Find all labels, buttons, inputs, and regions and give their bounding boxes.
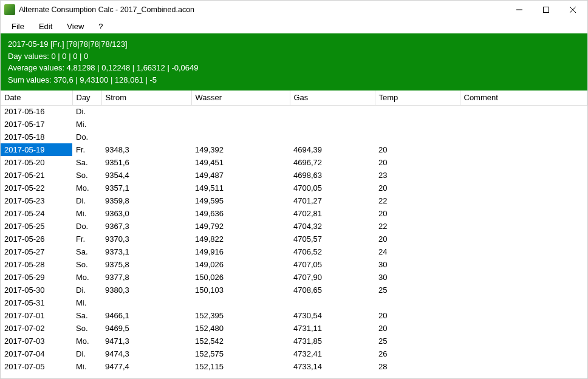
cell-strom[interactable]: 9377,8 (101, 271, 191, 284)
cell-strom[interactable]: 9354,4 (101, 169, 191, 182)
cell-strom[interactable]: 9380,3 (101, 284, 191, 296)
cell-strom[interactable] (101, 118, 191, 131)
cell-strom[interactable]: 9367,3 (101, 220, 191, 233)
menu-help[interactable]: ? (91, 20, 110, 33)
cell-strom[interactable]: 9370,3 (101, 233, 191, 245)
cell-temp[interactable]: 30 (375, 258, 460, 271)
cell-date[interactable]: 2017-05-26 (1, 233, 72, 245)
cell-date[interactable]: 2017-05-17 (1, 118, 72, 131)
cell-date[interactable]: 2017-07-01 (1, 309, 72, 322)
cell-wasser[interactable]: 152,480 (191, 322, 290, 335)
cell-temp[interactable]: 22 (375, 220, 460, 233)
cell-wasser[interactable]: 149,792 (191, 220, 290, 233)
cell-gas[interactable]: 4700,05 (290, 182, 375, 194)
cell-gas[interactable]: 4696,72 (290, 156, 375, 169)
cell-strom[interactable]: 9375,8 (101, 258, 191, 271)
cell-strom[interactable]: 9357,1 (101, 182, 191, 194)
cell-temp[interactable]: 28 (375, 360, 460, 373)
cell-date[interactable]: 2017-07-05 (1, 360, 72, 373)
cell-strom[interactable]: 9373,1 (101, 245, 191, 258)
cell-date[interactable]: 2017-05-27 (1, 245, 72, 258)
cell-day[interactable]: Sa. (72, 309, 101, 322)
cell-comment[interactable] (460, 271, 587, 284)
table-row[interactable]: 2017-07-05Mi.9477,4152,1154733,1428 (1, 360, 587, 373)
cell-day[interactable]: Do. (72, 220, 101, 233)
cell-strom[interactable]: 9351,6 (101, 156, 191, 169)
table-row[interactable]: 2017-05-30Di.9380,3150,1034708,6525 (1, 284, 587, 296)
cell-temp[interactable]: 20 (375, 182, 460, 194)
cell-temp[interactable]: 25 (375, 284, 460, 296)
cell-day[interactable]: So. (72, 322, 101, 335)
cell-temp[interactable]: 20 (375, 233, 460, 245)
col-header-wasser[interactable]: Wasser (191, 90, 290, 105)
cell-date[interactable]: 2017-05-21 (1, 169, 72, 182)
cell-temp[interactable]: 23 (375, 169, 460, 182)
cell-comment[interactable] (460, 258, 587, 271)
cell-comment[interactable] (460, 233, 587, 245)
cell-wasser[interactable]: 149,487 (191, 169, 290, 182)
table-row[interactable]: 2017-07-02So.9469,5152,4804731,1120 (1, 322, 587, 335)
cell-wasser[interactable]: 150,103 (191, 284, 290, 296)
table-row[interactable]: 2017-07-01Sa.9466,1152,3954730,5420 (1, 309, 587, 322)
table-row[interactable]: 2017-05-17Mi. (1, 118, 587, 131)
cell-date[interactable]: 2017-05-16 (1, 105, 72, 118)
menu-edit[interactable]: Edit (32, 20, 60, 33)
menu-view[interactable]: View (60, 20, 91, 33)
cell-day[interactable]: Di. (72, 347, 101, 360)
cell-gas[interactable]: 4733,14 (290, 360, 375, 373)
cell-date[interactable]: 2017-05-18 (1, 131, 72, 143)
cell-wasser[interactable]: 149,026 (191, 258, 290, 271)
cell-day[interactable]: Mo. (72, 335, 101, 347)
cell-day[interactable]: Mi. (72, 118, 101, 131)
cell-day[interactable]: Mi. (72, 360, 101, 373)
cell-comment[interactable] (460, 169, 587, 182)
table-row[interactable]: 2017-05-25Do.9367,3149,7924704,3222 (1, 220, 587, 233)
cell-wasser[interactable]: 152,395 (191, 309, 290, 322)
col-header-day[interactable]: Day (72, 90, 101, 105)
cell-gas[interactable]: 4730,54 (290, 309, 375, 322)
cell-gas[interactable]: 4708,65 (290, 284, 375, 296)
table-row[interactable]: 2017-05-28So.9375,8149,0264707,0530 (1, 258, 587, 271)
cell-wasser[interactable]: 149,916 (191, 245, 290, 258)
cell-day[interactable]: Di. (72, 194, 101, 207)
cell-temp[interactable]: 22 (375, 194, 460, 207)
minimize-button[interactable] (506, 1, 533, 19)
cell-day[interactable]: Sa. (72, 156, 101, 169)
cell-comment[interactable] (460, 143, 587, 156)
table-row[interactable]: 2017-05-16Di. (1, 105, 587, 118)
cell-gas[interactable]: 4698,63 (290, 169, 375, 182)
col-header-strom[interactable]: Strom (101, 90, 191, 105)
cell-date[interactable]: 2017-05-25 (1, 220, 72, 233)
cell-gas[interactable]: 4707,05 (290, 258, 375, 271)
cell-gas[interactable] (290, 131, 375, 143)
cell-comment[interactable] (460, 335, 587, 347)
table-scroll[interactable]: Date Day Strom Wasser Gas Temp Comment 2… (1, 90, 587, 379)
cell-temp[interactable]: 20 (375, 156, 460, 169)
cell-date[interactable]: 2017-05-23 (1, 194, 72, 207)
cell-wasser[interactable] (191, 118, 290, 131)
cell-wasser[interactable] (191, 296, 290, 309)
cell-wasser[interactable]: 149,595 (191, 194, 290, 207)
cell-strom[interactable] (101, 105, 191, 118)
cell-gas[interactable]: 4707,90 (290, 271, 375, 284)
cell-date[interactable]: 2017-05-28 (1, 258, 72, 271)
cell-wasser[interactable]: 149,451 (191, 156, 290, 169)
cell-comment[interactable] (460, 322, 587, 335)
cell-temp[interactable]: 25 (375, 335, 460, 347)
table-row[interactable]: 2017-05-24Mi.9363,0149,6364702,8120 (1, 207, 587, 220)
cell-gas[interactable]: 4731,85 (290, 335, 375, 347)
cell-temp[interactable] (375, 105, 460, 118)
cell-strom[interactable]: 9471,3 (101, 335, 191, 347)
cell-date[interactable]: 2017-07-02 (1, 322, 72, 335)
cell-gas[interactable] (290, 296, 375, 309)
cell-gas[interactable] (290, 118, 375, 131)
cell-temp[interactable]: 20 (375, 207, 460, 220)
cell-day[interactable]: Mo. (72, 271, 101, 284)
cell-day[interactable]: Mi. (72, 207, 101, 220)
cell-gas[interactable]: 4701,27 (290, 194, 375, 207)
cell-date[interactable]: 2017-05-22 (1, 182, 72, 194)
cell-temp[interactable]: 20 (375, 322, 460, 335)
cell-temp[interactable]: 26 (375, 347, 460, 360)
table-row[interactable]: 2017-05-20Sa.9351,6149,4514696,7220 (1, 156, 587, 169)
titlebar[interactable]: Alternate Consumption Calc - 2017_Combin… (1, 1, 587, 19)
